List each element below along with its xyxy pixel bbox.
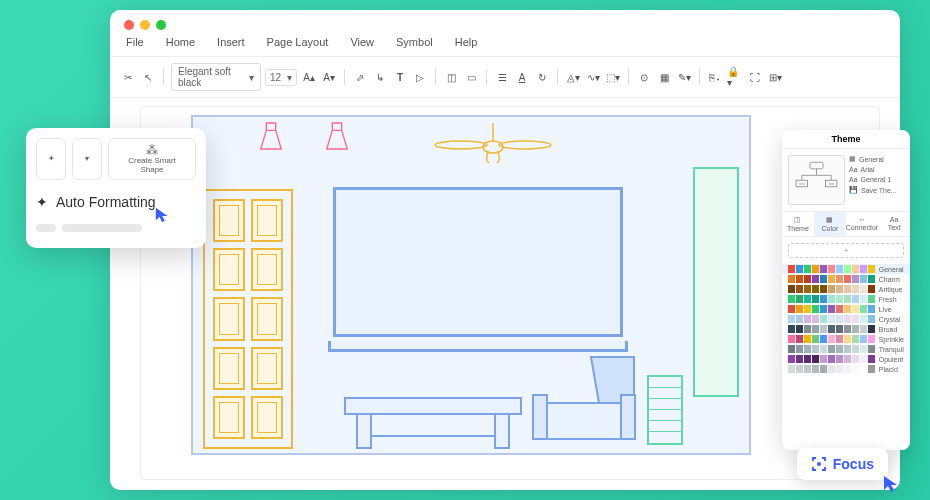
cut-icon[interactable]: ✂: [120, 69, 136, 85]
auto-formatting-item[interactable]: ✦ Auto Formatting: [36, 188, 196, 216]
line-icon[interactable]: ∿▾: [585, 69, 601, 85]
close-window[interactable]: [124, 20, 134, 30]
theme-panel: ◇ ▦ ◈ ◫ ▭ ⊡ ✕ ⛶ Theme texttext ▦General …: [782, 130, 910, 450]
svg-text:text: text: [799, 182, 804, 186]
font-color-icon[interactable]: A: [514, 69, 530, 85]
svg-point-1: [483, 141, 503, 153]
low-shelf-shape[interactable]: [647, 375, 683, 445]
svg-point-2: [435, 141, 487, 149]
floorplan-room[interactable]: [191, 115, 751, 455]
palette-placid[interactable]: Placid: [782, 364, 910, 374]
crop-icon[interactable]: ⬚▾: [605, 69, 621, 85]
focus-button[interactable]: Focus: [797, 448, 888, 480]
group-icon[interactable]: ⊞▾: [767, 69, 783, 85]
menu-page-layout[interactable]: Page Layout: [267, 36, 329, 48]
tab-color[interactable]: ▦Color: [814, 212, 846, 236]
palette-list: GeneralCharmAntiqueFreshLiveCrystalBroad…: [782, 264, 910, 374]
clipboard-icon[interactable]: ⎘▾: [707, 69, 723, 85]
tall-shelf-shape[interactable]: [693, 167, 739, 397]
tab-connector[interactable]: ↔Connector: [846, 212, 878, 236]
theme-tabs: ◫Theme ▦Color ↔Connector AaText: [782, 211, 910, 237]
sparkle-icon: ✦: [36, 194, 48, 210]
armchair-shape[interactable]: [529, 355, 639, 445]
door-shape[interactable]: [203, 189, 293, 449]
theme-info-general1: AaGeneral 1: [849, 176, 904, 183]
palette-live[interactable]: Live: [782, 304, 910, 314]
cursor-icon[interactable]: ↖: [140, 69, 156, 85]
text-tool-icon[interactable]: T: [392, 69, 408, 85]
connector-icon[interactable]: ↳: [372, 69, 388, 85]
palette-crystal[interactable]: Crystal: [782, 314, 910, 324]
menu-bar: File Home Insert Page Layout View Symbol…: [110, 10, 900, 56]
add-theme-button[interactable]: +: [788, 243, 904, 258]
maximize-window[interactable]: [156, 20, 166, 30]
svg-rect-5: [533, 395, 547, 439]
palette-general[interactable]: General: [782, 264, 910, 274]
canvas[interactable]: [140, 106, 880, 480]
palette-broad[interactable]: Broad: [782, 324, 910, 334]
theme-preview-thumb[interactable]: texttext: [788, 155, 845, 205]
menu-view[interactable]: View: [350, 36, 374, 48]
font-size-select[interactable]: 12▾: [265, 69, 297, 86]
theme-title: Theme: [782, 130, 910, 149]
palette-fresh[interactable]: Fresh: [782, 294, 910, 304]
popup-slider[interactable]: [36, 224, 196, 232]
align-icon[interactable]: ☰: [494, 69, 510, 85]
fit-icon[interactable]: ⛶: [747, 69, 763, 85]
ceiling-fan-shape[interactable]: [433, 123, 553, 173]
tab-text[interactable]: AaText: [878, 212, 910, 236]
font-smaller-icon[interactable]: A▾: [321, 69, 337, 85]
focus-icon: [811, 456, 827, 472]
grid-icon[interactable]: ▦: [656, 69, 672, 85]
fill-icon[interactable]: ◬▾: [565, 69, 581, 85]
pen-icon[interactable]: ✎▾: [676, 69, 692, 85]
auto-format-popup: ✦ ▾ ⁂ Create Smart Shape ✦ Auto Formatti…: [26, 128, 206, 248]
palette-antique[interactable]: Antique: [782, 284, 910, 294]
svg-rect-9: [495, 414, 509, 448]
pointer-icon[interactable]: ▷: [412, 69, 428, 85]
font-larger-icon[interactable]: A▴: [301, 69, 317, 85]
toolbar: ✂ ↖ Elegant soft black▾ 12▾ A▴ A▾ ⬀ ↳ T …: [110, 56, 900, 98]
menu-insert[interactable]: Insert: [217, 36, 245, 48]
shapes-icon[interactable]: ▭: [463, 69, 479, 85]
search-icon[interactable]: ⊙: [636, 69, 652, 85]
dropdown-button[interactable]: ▾: [72, 138, 102, 180]
palette-tranquil[interactable]: Tranquil: [782, 344, 910, 354]
palette-sprinkle[interactable]: Sprinkle: [782, 334, 910, 344]
layers-icon[interactable]: ◫: [443, 69, 459, 85]
create-smart-shape-button[interactable]: ⁂ Create Smart Shape: [108, 138, 196, 180]
svg-point-3: [499, 141, 551, 149]
theme-info-save[interactable]: 💾Save The...: [849, 186, 904, 194]
menu-help[interactable]: Help: [455, 36, 478, 48]
rotate-icon[interactable]: ↻: [534, 69, 550, 85]
menu-file[interactable]: File: [126, 36, 144, 48]
theme-info-font: AaArial: [849, 166, 904, 173]
cursor-icon: [882, 474, 900, 492]
cursor-icon: [154, 206, 172, 224]
window-controls: [124, 20, 166, 30]
svg-point-20: [817, 462, 821, 466]
tab-theme[interactable]: ◫Theme: [782, 212, 814, 236]
svg-rect-7: [345, 398, 521, 414]
sparkle-button[interactable]: ✦: [36, 138, 66, 180]
minimize-window[interactable]: [140, 20, 150, 30]
menu-home[interactable]: Home: [166, 36, 195, 48]
spotlight-shape[interactable]: [257, 121, 285, 151]
tv-shape[interactable]: [333, 187, 623, 337]
palette-opulent[interactable]: Opulent: [782, 354, 910, 364]
palette-charm[interactable]: Charm: [782, 274, 910, 284]
vector-icon[interactable]: ⬀: [352, 69, 368, 85]
theme-info-general: ▦General: [849, 155, 904, 163]
svg-rect-6: [621, 395, 635, 439]
svg-text:text: text: [829, 182, 834, 186]
font-select[interactable]: Elegant soft black▾: [171, 63, 261, 91]
menu-symbol[interactable]: Symbol: [396, 36, 433, 48]
spotlight-shape[interactable]: [323, 121, 351, 151]
coffee-table-shape[interactable]: [343, 396, 523, 451]
svg-rect-8: [357, 414, 371, 448]
svg-rect-11: [810, 162, 823, 169]
lock-icon[interactable]: 🔒▾: [727, 69, 743, 85]
